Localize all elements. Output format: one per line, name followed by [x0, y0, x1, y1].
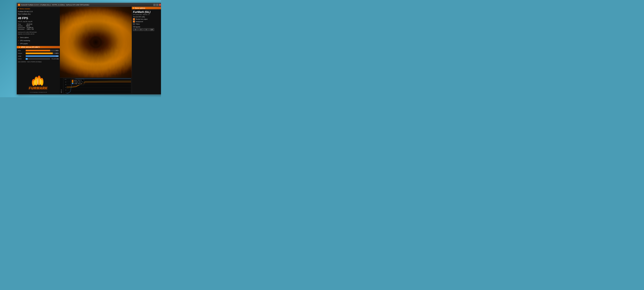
checkmark-icon: ✓: [18, 40, 19, 42]
frametime-label: Frame time: [18, 27, 25, 28]
osi-label: OSI bgcolor: [133, 26, 161, 28]
vsync-row[interactable]: VSync: [133, 23, 161, 25]
gpu-line2: OpenGL 3.2.0 NVIDIA 442.59: [18, 33, 59, 35]
app-name: FurMark (64-bit) 2.2.0: [18, 11, 59, 13]
gpu-section-header: ▼ GPU0: GeForce GTX 1050 Ti: [17, 46, 60, 48]
triangle-down-gpu: ▼: [19, 46, 20, 48]
furmark-gl-title: FurMark (GL): [133, 11, 161, 14]
menu-gpu-graphs-label: GPU graphs: [20, 43, 28, 45]
legend-usage-color: [72, 83, 74, 84]
close-button[interactable]: ✕: [159, 4, 161, 6]
vram-label: VRAM: [18, 58, 25, 60]
usage-fill: [26, 55, 58, 57]
render-furry-label: Render furry object: [136, 19, 148, 20]
demo-options-title: Demo options: [135, 7, 145, 9]
gpu-graph: GPU 0 100 80 60 40 20 0: [60, 78, 132, 94]
y-tick-0: 0: [64, 92, 66, 93]
frames-value: 28974: [26, 25, 59, 27]
legend-usage: usage: 99.0 %: [72, 83, 83, 84]
menu-gpu-monitoring[interactable]: ✓ GPU monitoring: [18, 40, 59, 42]
gpu-info: GeForce GTX 1050 Ti/PCIe/SSE2 OpenGL 3.2…: [18, 31, 59, 35]
window-title: Geeks3D FurMark 2.2.0.0 - [ FurMark (GL)…: [21, 4, 153, 6]
collapse-icon[interactable]: [18, 8, 19, 9]
osi-b-input[interactable]: [144, 28, 149, 31]
test-name: Test: FurMark (GL): [18, 13, 59, 16]
furmark-brand: FURMARK: [29, 86, 48, 90]
vram-row: VRAM 7% (274 MB): [18, 58, 59, 60]
vsync-checkbox[interactable]: [133, 23, 135, 25]
fur-texture-svg: [60, 7, 132, 78]
menu-gpu-graphs[interactable]: ✓ GPU graphs: [18, 43, 59, 45]
frames-label: Frames: [18, 25, 25, 27]
gpu-graph-label: GPU 0: [60, 78, 62, 94]
temp-bar: 74°C: [26, 50, 59, 51]
demo-monitor-label: Demo monitor: [20, 8, 30, 10]
demo-options-header: ▼ Demo options: [132, 7, 161, 9]
fps-display: 49 FPS: [18, 16, 59, 20]
usage-row: usage 99%: [18, 55, 59, 57]
hotspot-value: 82°C: [56, 53, 58, 54]
y-tick-40: 40: [64, 87, 66, 88]
temp-fill: [26, 50, 50, 51]
menu-gpu-monitoring-label: GPU monitoring: [20, 40, 30, 41]
fur-canvas: GPU 0 100 80 60 40 20 0: [60, 7, 132, 94]
svg-point-13: [79, 26, 112, 59]
osi-a-input[interactable]: [149, 28, 154, 31]
hotspot-fill: [26, 53, 53, 54]
background-option[interactable]: ✓ background: [133, 21, 161, 23]
y-tick-80: 80: [64, 81, 66, 83]
usage-bar: 99%: [26, 55, 59, 57]
gpu-line1: GeForce GTX 1050 Ti/PCIe/SSE2: [18, 31, 59, 33]
graph-area: 100 80 60 40 20 0: [63, 78, 131, 94]
hotspot-label: hotspot: [18, 53, 25, 54]
usage-value: 99%: [56, 55, 58, 57]
svg-point-10: [40, 79, 41, 85]
left-panel: Demo monitor FurMark (64-bit) 2.2.0 Test…: [17, 7, 60, 94]
render-furry-option[interactable]: ✓ Render furry object: [133, 18, 161, 20]
app-info: FurMark (64-bit) 2.2.0 Test: FurMark (GL…: [18, 11, 59, 15]
fur-render: [60, 7, 132, 78]
temp-value: 74°C: [56, 50, 58, 51]
legend-usage-label: usage: 99.0 %: [74, 83, 82, 84]
background-checkbox[interactable]: ✓: [133, 21, 135, 23]
triangle-demo: ▼: [133, 7, 134, 9]
fps-stats: min:47, max:50, avg:48: [18, 21, 59, 22]
build-info: 2.2.0.0 build Apr 2 2024@15:04:28: [17, 92, 60, 93]
hotspot-bar: 82°C: [26, 53, 59, 54]
legend-hotspot: hotspot: 81.5 °C: [72, 81, 83, 83]
resolution-label: Resolution: [18, 29, 25, 30]
menu-demo-options-label: Demo options: [20, 37, 29, 38]
y-tick-20: 20: [64, 89, 66, 91]
vram-value: 7% (274 MB): [51, 58, 59, 60]
flame-svg: [30, 75, 47, 86]
osi-section: OSI bgcolor: [133, 26, 161, 31]
minimize-button[interactable]: ─: [153, 4, 156, 6]
render-furry-checkbox[interactable]: ✓: [133, 18, 135, 20]
time-value: : 00:10:03: [26, 24, 59, 25]
osi-g-input[interactable]: [138, 28, 143, 31]
furmark-window: G Geeks3D FurMark 2.2.0.0 - [ FurMark (G…: [17, 3, 161, 94]
background-label: background: [136, 21, 143, 22]
y-tick-100: 100: [64, 79, 66, 80]
osi-inputs: [133, 28, 161, 31]
temp-label: temp: [18, 50, 25, 51]
graph-content: temp: 73.5 °C hotspot: 81.5 °C usage: 99…: [66, 79, 131, 94]
svg-point-8: [34, 80, 36, 85]
vram-fill: [26, 58, 28, 60]
gpu-section-label: GPU0: GeForce GTX 1050 Ti: [21, 46, 40, 48]
demo-monitor-header: Demo monitor: [18, 8, 59, 10]
vram-bar: [26, 58, 50, 60]
vsync-label: VSync: [136, 23, 140, 25]
menu-demo-options[interactable]: ✓ Demo options: [18, 37, 59, 39]
legend-hotspot-label: hotspot: 81.5 °C: [74, 81, 83, 83]
clock-info: core:1392MHz - mem:1752MHz (8.5Gbps): [18, 61, 59, 63]
temp-row: temp 74°C: [18, 50, 59, 51]
desktop: G Geeks3D FurMark 2.2.0.0 - [ FurMark (G…: [0, 0, 161, 97]
svg-point-9: [37, 78, 38, 85]
restore-button[interactable]: □: [156, 4, 158, 6]
osi-r-input[interactable]: [133, 28, 138, 31]
legend-hotspot-color: [72, 81, 74, 83]
window-body: Demo monitor FurMark (64-bit) 2.2.0 Test…: [17, 7, 161, 94]
title-bar: G Geeks3D FurMark 2.2.0.0 - [ FurMark (G…: [17, 3, 161, 7]
window-controls: ─ □ ✕: [153, 4, 161, 6]
